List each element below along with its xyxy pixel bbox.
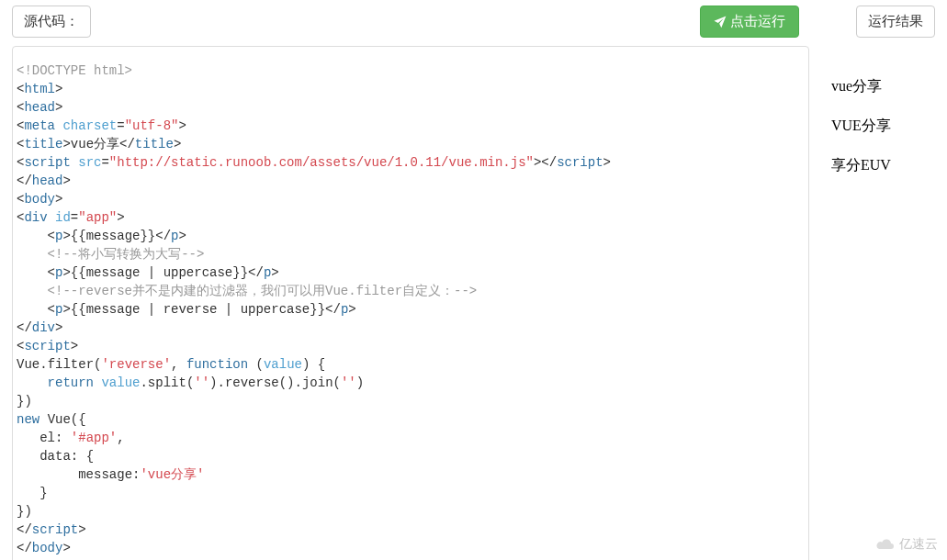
output-line-1: vue分享 <box>831 77 891 96</box>
watermark: 亿速云 <box>875 536 938 553</box>
cloud-icon <box>875 537 896 552</box>
output-panel: vue分享 VUE分享 享分EUV <box>809 46 891 560</box>
run-button-label: 点击运行 <box>730 13 785 30</box>
code-editor[interactable]: <!DOCTYPE html> <html> <head> <meta char… <box>12 46 809 560</box>
output-line-2: VUE分享 <box>831 117 891 136</box>
source-code: <!DOCTYPE html> <html> <head> <meta char… <box>17 62 805 557</box>
watermark-text: 亿速云 <box>899 536 938 553</box>
paper-plane-icon <box>714 16 727 28</box>
source-code-label: 源代码： <box>12 6 91 38</box>
output-line-3: 享分EUV <box>831 156 891 175</box>
run-button[interactable]: 点击运行 <box>700 6 799 38</box>
result-label: 运行结果 <box>856 6 935 38</box>
